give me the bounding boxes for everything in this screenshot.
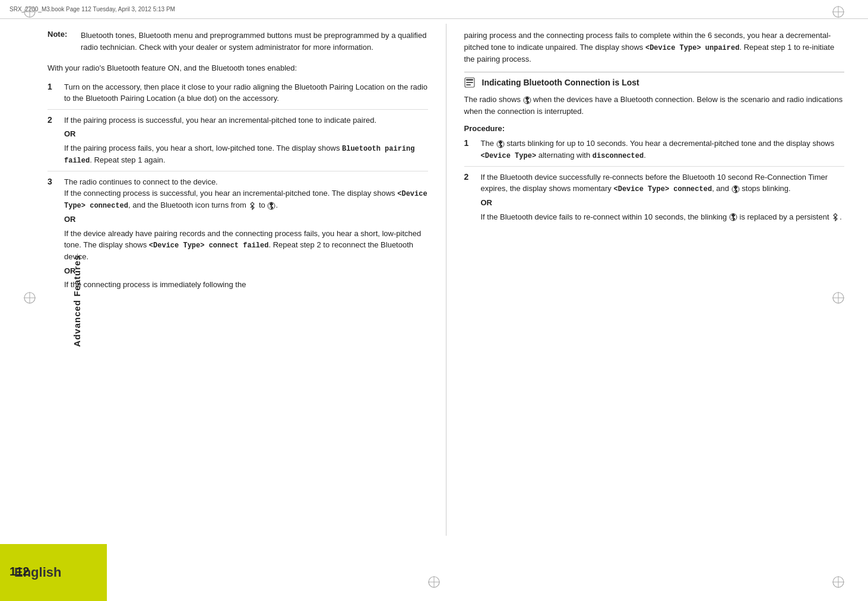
section-icon	[464, 77, 475, 88]
device-text-connected: <Device Type> connected	[64, 190, 427, 210]
step-num-2: 2	[47, 115, 58, 166]
note-block: Note: Bluetooth tones, Bluetooth menu an…	[47, 30, 428, 53]
note-text: Bluetooth tones, Bluetooth menu and prep…	[81, 30, 428, 53]
steps-list-right: 1 The starts blinking for up to 10 secon…	[464, 138, 845, 227]
device-text-devicetype: <Device Type>	[481, 152, 537, 160]
right-step-content-2: If the Bluetooth device successfully re-…	[481, 171, 845, 223]
step-num-3: 3	[47, 176, 58, 291]
right-step-item-2: 2 If the Bluetooth device successfully r…	[464, 171, 845, 228]
right-step-item-1: 1 The starts blinking for up to 10 secon…	[464, 138, 845, 167]
section-heading: Indicating Bluetooth Connection is Lost	[464, 77, 845, 88]
continuation-para: pairing process and the connecting proce…	[464, 30, 845, 65]
reg-mark-ml	[23, 291, 37, 305]
right-step-num-2: 2	[464, 171, 475, 223]
reg-mark-tl	[23, 5, 37, 19]
bt-icon-persistent	[831, 213, 840, 221]
main-content: Note: Bluetooth tones, Bluetooth menu an…	[47, 24, 844, 536]
page: SRX_2200_M3.book Page 112 Tuesday, April…	[0, 0, 868, 601]
section-heading-text: Indicating Bluetooth Connection is Lost	[482, 78, 639, 87]
device-text-reconnected: <Device Type> connected	[613, 185, 712, 193]
device-text-disconnected: disconnected	[593, 152, 644, 160]
right-intro-para: The radio shows when the devices have a …	[464, 94, 845, 117]
step-item-3: 3 The radio continues to connect to the …	[47, 176, 428, 295]
procedure-label: Procedure:	[464, 124, 845, 133]
step-num-1: 1	[47, 81, 58, 104]
intro-paragraph: With your radio's Bluetooth feature ON, …	[47, 62, 428, 74]
step-item-1: 1 Turn on the accessory, then place it c…	[47, 81, 428, 110]
svg-rect-23	[466, 79, 473, 81]
svg-rect-25	[466, 84, 471, 85]
or-label-2a: OR	[64, 128, 428, 140]
device-text-unpaired: <Device Type> unpaired	[645, 44, 739, 52]
bt-icon-to	[267, 202, 275, 210]
right-column: pairing process and the connecting proce…	[446, 24, 845, 536]
right-step-content-1: The starts blinking for up to 10 seconds…	[481, 138, 845, 161]
note-label: Note:	[47, 30, 76, 53]
or-label-3a: OR	[64, 214, 428, 225]
bt-icon-blink	[496, 140, 505, 148]
steps-list-left: 1 Turn on the accessory, then place it c…	[47, 81, 428, 295]
bt-icon-connected	[523, 96, 531, 104]
left-column: Note: Bluetooth tones, Bluetooth menu an…	[47, 24, 446, 536]
bt-icon-from	[248, 202, 256, 210]
reg-mark-tr	[831, 5, 845, 19]
bt-icon-replaced	[729, 213, 737, 221]
device-text-pairing-failed: Bluetooth pairing failed	[64, 145, 414, 165]
divider-1	[464, 72, 845, 72]
reg-mark-bc	[427, 575, 441, 589]
device-text-connect-failed: <Device Type> connect failed	[149, 241, 269, 250]
right-step-num-1: 1	[464, 138, 475, 161]
or-label-3b: OR	[64, 265, 428, 277]
step-content-3: The radio continues to connect to the de…	[64, 176, 428, 291]
step-item-2: 2 If the pairing process is successful, …	[47, 115, 428, 171]
step-content-2: If the pairing process is successful, yo…	[64, 115, 428, 166]
bt-icon-stop-blink	[731, 185, 740, 193]
reg-mark-br	[831, 575, 845, 589]
or-label-r2: OR	[481, 197, 845, 209]
step-content-1: Turn on the accessory, then place it clo…	[64, 81, 428, 104]
page-number: 112	[9, 565, 29, 578]
page-header: SRX_2200_M3.book Page 112 Tuesday, April…	[0, 0, 868, 19]
svg-rect-24	[466, 82, 473, 83]
